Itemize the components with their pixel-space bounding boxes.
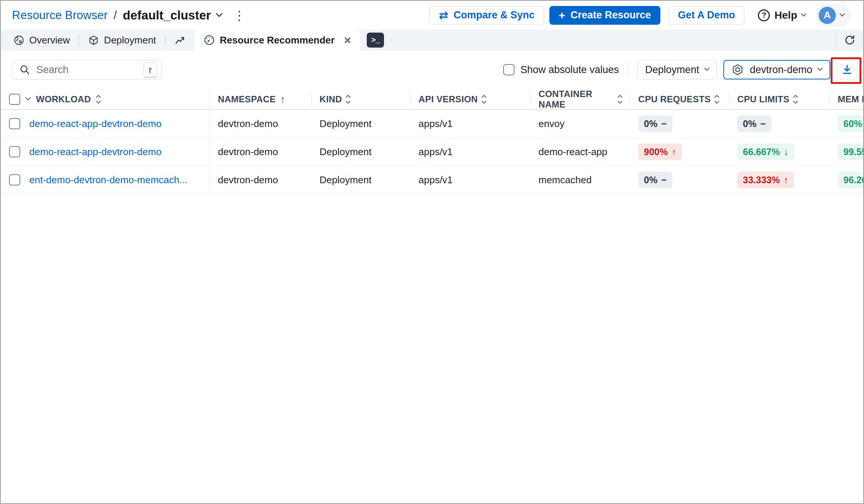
kind-cell: Deployment <box>311 146 410 158</box>
show-absolute-values-label: Show absolute values <box>520 64 619 76</box>
trend-icon: ↓ <box>784 147 789 157</box>
user-chevron-down-icon <box>840 11 845 16</box>
breadcrumb-separator: / <box>114 9 117 22</box>
user-menu[interactable]: A <box>816 4 850 26</box>
column-header-cpu-limits[interactable]: CPU LIMITS ↑ <box>729 89 830 110</box>
cluster-chevron-down-icon[interactable] <box>216 10 223 17</box>
avatar: A <box>819 7 836 24</box>
kind-filter-value: Deployment <box>645 64 699 76</box>
trend-icon: − <box>661 175 667 185</box>
search-shortcut-key: r <box>144 62 157 77</box>
tab-overview[interactable]: Overview <box>4 30 79 51</box>
sort-icon <box>346 96 350 103</box>
mem-requests-badge: 96.262%↓ <box>838 172 864 188</box>
terminal-icon: >_ <box>367 33 384 48</box>
workload-link[interactable]: ent-demo-devtron-demo-memcach... <box>29 174 188 186</box>
sort-icon <box>794 96 797 103</box>
chart-trend-icon <box>174 34 186 46</box>
mem-requests-badge: 60%↓ <box>838 115 864 132</box>
create-resource-button[interactable]: + Create Resource <box>549 6 660 25</box>
tabs: Overview Deployment <box>1 30 391 51</box>
search-input[interactable] <box>36 64 138 76</box>
column-header-namespace[interactable]: NAMESPACE ↑ <box>210 89 311 110</box>
sort-icon <box>482 96 486 103</box>
mem-requests-badge: 99.559%↓ <box>838 144 864 160</box>
tab-bar: Overview Deployment <box>1 30 863 51</box>
close-tab-icon[interactable]: × <box>344 34 351 46</box>
cpu-requests-badge: 0%− <box>638 115 672 132</box>
trend-icon: ↑ <box>672 147 676 157</box>
container-name-cell: demo-react-app <box>530 146 630 158</box>
kind-cell: Deployment <box>311 118 410 130</box>
api-version-cell: apps/v1 <box>410 174 530 186</box>
column-label: CPU REQUESTS <box>638 94 711 105</box>
compare-arrows-icon: ⇄ <box>439 10 448 21</box>
namespace-filter-value: devtron-demo <box>750 64 812 76</box>
column-header-cpu-requests[interactable]: CPU REQUESTS ↑ <box>630 89 729 110</box>
tab-monitoring[interactable] <box>165 30 195 51</box>
tab-overview-label: Overview <box>29 34 70 46</box>
sort-icon <box>618 96 622 103</box>
top-actions: ⇄ Compare & Sync + Create Resource Get A… <box>429 4 850 26</box>
namespace-cell: devtron-demo <box>210 118 311 130</box>
column-label: MEM REQUESTS <box>838 94 864 105</box>
trend-icon: − <box>760 118 766 129</box>
tab-terminal[interactable]: >_ <box>360 30 391 51</box>
breadcrumb-resource-browser-link[interactable]: Resource Browser <box>12 9 108 22</box>
breadcrumb-cluster-name: default_cluster <box>123 8 211 22</box>
plus-icon: + <box>559 10 566 21</box>
namespace-cell: devtron-demo <box>210 174 311 186</box>
table-header-row: WORKLOAD ↑ NAMESPACE ↑ KIND ↑ API VERSIO… <box>1 89 864 110</box>
cube-icon <box>88 35 99 46</box>
show-absolute-values-checkbox[interactable] <box>503 64 514 75</box>
select-all-checkbox[interactable] <box>9 94 20 105</box>
toolbar-divider <box>628 62 628 77</box>
cpu-limits-badge: 33.333%↑ <box>737 172 794 188</box>
refresh-button[interactable] <box>836 30 863 51</box>
compare-sync-label: Compare & Sync <box>454 9 535 21</box>
download-csv-button[interactable] <box>837 60 857 79</box>
app-window: Resource Browser / default_cluster ⋮ ⇄ C… <box>0 0 864 504</box>
help-menu[interactable]: ? Help <box>758 9 806 21</box>
container-name-cell: memcached <box>530 174 630 186</box>
overflow-menu-icon[interactable]: ⋮ <box>233 9 246 22</box>
show-absolute-values-toggle[interactable]: Show absolute values <box>503 64 619 76</box>
column-label: KIND <box>320 94 342 105</box>
column-header-kind[interactable]: KIND ↑ <box>311 89 410 110</box>
kind-cell: Deployment <box>311 174 410 186</box>
column-header-api-version[interactable]: API VERSION ↑ <box>410 89 530 110</box>
row-checkbox[interactable] <box>9 174 20 185</box>
column-header-mem-requests[interactable]: MEM REQUESTS ↑ <box>830 89 864 110</box>
namespace-chevron-down-icon <box>818 66 823 71</box>
kind-filter-dropdown[interactable]: Deployment <box>637 60 717 79</box>
namespace-filter-dropdown[interactable]: devtron-demo <box>723 60 830 79</box>
get-demo-button[interactable]: Get A Demo <box>669 6 745 25</box>
row-checkbox[interactable] <box>9 146 20 157</box>
compare-sync-button[interactable]: ⇄ Compare & Sync <box>429 6 544 25</box>
tab-deployment[interactable]: Deployment <box>79 30 165 51</box>
column-header-container-name[interactable]: CONTAINER NAME ↑ <box>530 89 630 110</box>
top-bar: Resource Browser / default_cluster ⋮ ⇄ C… <box>1 1 863 30</box>
trend-icon: ↑ <box>784 175 789 185</box>
select-menu-chevron-icon[interactable] <box>26 95 31 100</box>
tab-resource-recommender[interactable]: Resource Recommender × <box>195 30 360 51</box>
download-icon <box>841 64 853 76</box>
table-row: demo-react-app-devtron-demo devtron-demo… <box>1 138 864 166</box>
row-checkbox[interactable] <box>9 118 20 129</box>
workload-table: WORKLOAD ↑ NAMESPACE ↑ KIND ↑ API VERSIO… <box>1 89 863 194</box>
tab-resource-recommender-label: Resource Recommender <box>220 34 334 46</box>
column-header-workload[interactable]: WORKLOAD ↑ <box>1 89 210 110</box>
workload-link[interactable]: demo-react-app-devtron-demo <box>29 118 162 130</box>
api-version-cell: apps/v1 <box>410 146 530 158</box>
workload-link[interactable]: demo-react-app-devtron-demo <box>29 146 162 158</box>
kind-chevron-down-icon <box>704 66 710 71</box>
column-label: CONTAINER NAME <box>538 89 614 110</box>
toolbar-filters: Show absolute values Deployment devtron-… <box>503 60 857 79</box>
column-label: NAMESPACE <box>218 94 276 105</box>
cpu-requests-badge: 900%↑ <box>638 144 682 160</box>
help-question-icon: ? <box>758 9 770 21</box>
sort-icon <box>715 96 718 103</box>
table-row: demo-react-app-devtron-demo devtron-demo… <box>1 110 864 138</box>
search-box: r <box>12 60 162 79</box>
cpu-requests-badge: 0%− <box>638 172 672 188</box>
